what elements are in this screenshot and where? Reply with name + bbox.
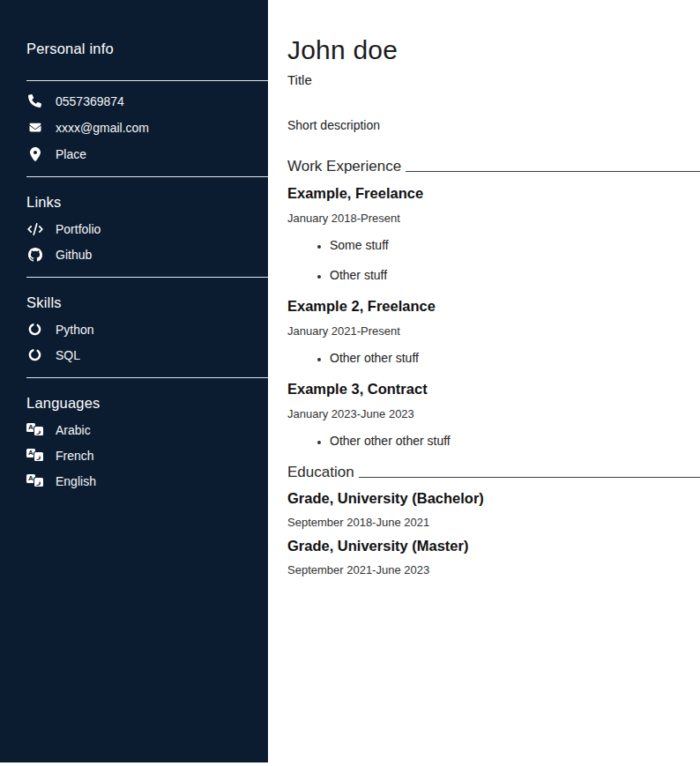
bullet-item: Other other stuff xyxy=(330,351,700,365)
skills-heading: Skills xyxy=(26,294,268,311)
circle-notch-icon xyxy=(26,348,43,361)
entry-bullets: Other other other stuff xyxy=(287,434,700,448)
heading-rule xyxy=(359,477,700,478)
skill-label: Python xyxy=(56,323,94,337)
entry-title: Example 3, Contract xyxy=(287,381,700,398)
phone-row: 0557369874 xyxy=(26,93,268,108)
location-pin-icon xyxy=(26,147,43,161)
portfolio-row[interactable]: Portfolio xyxy=(26,221,268,236)
personal-info-section: 0557369874 xxxx@gmail.com Place xyxy=(26,93,268,161)
heading-rule xyxy=(406,171,700,172)
github-row[interactable]: Github xyxy=(26,247,268,262)
entry-title: Grade, University (Bachelor) xyxy=(287,490,700,507)
code-icon xyxy=(26,223,43,235)
candidate-title: Title xyxy=(287,72,700,87)
links-heading: Links xyxy=(26,194,268,211)
short-description: Short description xyxy=(287,118,700,132)
entry-date: January 2023-June 2023 xyxy=(287,407,700,420)
email-row: xxxx@gmail.com xyxy=(26,120,268,135)
phone-number: 0557369874 xyxy=(56,94,124,108)
phone-icon xyxy=(26,94,43,108)
skill-row: Python xyxy=(26,322,268,337)
translate-icon: Aز xyxy=(26,449,43,462)
entry-bullets: Other other stuff xyxy=(287,351,700,365)
entry-title: Grade, University (Master) xyxy=(287,538,700,554)
bullet-item: Other other other stuff xyxy=(330,434,700,448)
translate-icon: Aز xyxy=(26,474,43,487)
education-heading: Education xyxy=(287,464,700,481)
language-label: French xyxy=(56,449,94,463)
bullet-item: Some stuff xyxy=(330,238,700,252)
section-divider xyxy=(26,377,268,378)
circle-notch-icon xyxy=(26,323,43,336)
entry-date: January 2018-Present xyxy=(287,212,700,225)
entry-date: January 2021-Present xyxy=(287,324,700,338)
entry-date: September 2018-June 2021 xyxy=(287,516,700,529)
section-label: Education xyxy=(287,464,354,481)
section-divider xyxy=(26,277,268,278)
education-entry: Grade, University (Master) September 202… xyxy=(287,538,700,576)
translate-icon: Aز xyxy=(26,423,43,436)
entry-title: Example, Freelance xyxy=(287,185,700,202)
work-entry: Example 3, Contract January 2023-June 20… xyxy=(287,381,700,448)
work-entry: Example, Freelance January 2018-Present … xyxy=(287,185,700,282)
links-section: Portfolio Github xyxy=(26,221,268,262)
language-label: Arabic xyxy=(56,423,91,437)
skill-label: SQL xyxy=(56,348,80,362)
work-entry: Example 2, Freelance January 2021-Presen… xyxy=(287,298,700,365)
language-row: Aز English xyxy=(26,473,268,488)
languages-heading: Languages xyxy=(26,395,268,412)
section-divider xyxy=(26,176,268,177)
skills-section: Python SQL xyxy=(26,322,268,362)
location-row: Place xyxy=(26,146,268,161)
entry-date: September 2021-June 2023 xyxy=(287,563,700,576)
section-divider xyxy=(26,80,268,81)
resume-main: John doe Title Short description Work Ex… xyxy=(268,0,700,766)
portfolio-link[interactable]: Portfolio xyxy=(56,222,101,236)
email-link[interactable]: xxxx@gmail.com xyxy=(56,121,149,135)
sidebar: Personal info 0557369874 xxxx@gmail.com … xyxy=(0,0,268,762)
entry-title: Example 2, Freelance xyxy=(287,298,700,315)
personal-info-heading: Personal info xyxy=(26,41,268,57)
candidate-name: John doe xyxy=(287,35,700,65)
language-label: English xyxy=(56,474,96,488)
education-entry: Grade, University (Bachelor) September 2… xyxy=(287,490,700,529)
location-label: Place xyxy=(56,147,86,161)
github-icon xyxy=(26,248,43,262)
bullet-item: Other stuff xyxy=(330,268,700,282)
section-label: Work Experience xyxy=(287,158,401,175)
envelope-icon xyxy=(26,122,43,133)
entry-bullets: Some stuff Other stuff xyxy=(287,238,700,282)
work-experience-heading: Work Experience xyxy=(287,158,700,175)
github-link[interactable]: Github xyxy=(56,248,92,262)
skill-row: SQL xyxy=(26,347,268,362)
language-row: Aز Arabic xyxy=(26,422,268,437)
language-row: Aز French xyxy=(26,448,268,463)
languages-section: Aز Arabic Aز French Aز English xyxy=(26,422,268,488)
